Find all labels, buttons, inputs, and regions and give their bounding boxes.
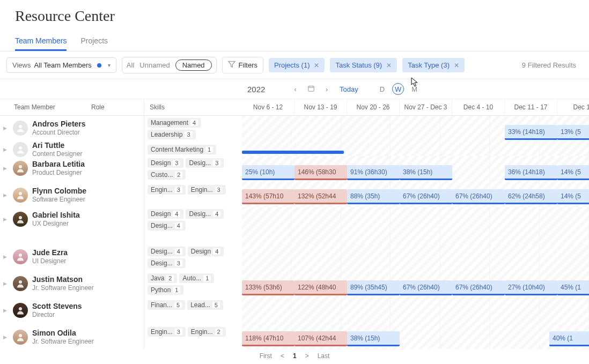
status-dot-icon (97, 63, 101, 68)
member-role: Jr. Software Engineer (32, 284, 94, 292)
workload-bar[interactable]: 67% (26h40) (452, 280, 505, 295)
workload-bar[interactable]: 132% (52h44 (294, 189, 347, 204)
skill-tag: Desig...4 (148, 221, 186, 231)
today-button[interactable]: Today (335, 84, 363, 94)
svg-point-8 (19, 307, 22, 310)
close-icon[interactable]: ✕ (386, 62, 392, 69)
filter-icon (228, 61, 235, 70)
member-role: UX Designer (32, 220, 80, 227)
chip-task-status[interactable]: Task Status (9) ✕ (330, 58, 397, 72)
views-value: All Team Members (34, 61, 91, 69)
workload-bar[interactable]: 38% (15h) (400, 165, 452, 180)
workload-bar[interactable]: 40% (1 (549, 331, 589, 346)
skill-tag: Java2 (148, 273, 177, 283)
member-role: Account Director (32, 129, 86, 136)
chip-task-type[interactable]: Task Type (3) ✕ (402, 58, 465, 72)
filter-all[interactable]: All (127, 61, 134, 69)
skill-tag: Desig...3 (186, 158, 224, 168)
workload-bar[interactable]: 25% (10h) (242, 165, 294, 180)
svg-point-4 (19, 192, 22, 195)
member-name[interactable]: Simon Odila (32, 329, 94, 338)
expand-icon[interactable]: ▶ (3, 281, 9, 286)
skill-tag: Lead...5 (187, 300, 223, 310)
workload-bar[interactable]: 33% (14h18) (505, 125, 557, 140)
filter-named[interactable]: Named (175, 60, 212, 71)
workload-bar[interactable]: 62% (24h58) (505, 189, 557, 204)
views-selector[interactable]: Views All Team Members ▾ (6, 57, 116, 73)
filter-unnamed[interactable]: Unnamed (139, 61, 170, 69)
workload-bar[interactable]: 91% (36h30) (347, 165, 400, 180)
workload-bar[interactable]: 27% (10h40) (505, 280, 557, 295)
svg-rect-0 (308, 86, 314, 91)
workload-bar[interactable]: 36% (14h18) (505, 165, 557, 180)
member-name[interactable]: Ari Tuttle (32, 141, 82, 150)
chevron-down-icon: ▾ (108, 62, 111, 68)
avatar (13, 188, 28, 203)
date-column: Dec 11 - 17 (505, 99, 557, 115)
member-name[interactable]: Jude Ezra (32, 248, 68, 257)
member-role: Product Designer (32, 169, 85, 176)
scale-week[interactable]: W (392, 83, 404, 95)
member-name[interactable]: Gabriel Ishita (32, 211, 80, 220)
expand-icon[interactable]: ▶ (3, 125, 9, 131)
workload-bar[interactable]: 88% (35h) (347, 189, 400, 204)
tab-projects[interactable]: Projects (80, 32, 108, 51)
expand-icon[interactable]: ▶ (3, 192, 9, 198)
assignment-bar[interactable] (242, 151, 344, 154)
workload-bar[interactable]: 107% (42h44 (294, 331, 347, 346)
skill-tag: Engin...3 (148, 327, 186, 337)
skill-tag: Python1 (148, 285, 183, 295)
workload-bar[interactable]: 14% (5 (557, 189, 589, 204)
workload-bar[interactable]: 122% (48h40 (294, 280, 347, 295)
member-name[interactable]: Barbara Letitia (32, 160, 85, 169)
workload-bar[interactable]: 67% (26h40) (400, 189, 452, 204)
page-title: Resource Center (0, 0, 589, 27)
pager-first[interactable]: First (260, 352, 272, 360)
column-team-member: Team Member (0, 99, 86, 115)
timeline-year: 2022 (247, 85, 265, 94)
avatar (13, 276, 28, 291)
pager-next[interactable]: > (305, 352, 309, 360)
workload-bar[interactable]: 67% (26h40) (452, 189, 505, 204)
member-name[interactable]: Justin Matson (32, 275, 94, 284)
scale-day[interactable]: D (377, 84, 388, 94)
workload-bar[interactable]: 67% (26h40) (400, 280, 452, 295)
skill-tag: Leadership3 (148, 130, 196, 139)
calendar-icon[interactable] (304, 84, 318, 95)
expand-icon[interactable]: ▶ (3, 308, 9, 313)
member-name[interactable]: Flynn Colombe (32, 187, 86, 196)
close-icon[interactable]: ✕ (314, 62, 319, 69)
workload-bar[interactable]: 89% (35h45) (347, 280, 400, 295)
chip-projects-label: Projects (1) (274, 61, 310, 69)
workload-bar[interactable]: 14% (5 (557, 165, 589, 180)
tab-team-members[interactable]: Team Members (15, 32, 67, 51)
expand-icon[interactable]: ▶ (3, 254, 9, 259)
skill-tag: Desig...4 (186, 209, 224, 219)
workload-bar[interactable]: 38% (15h) (347, 331, 400, 346)
expand-icon[interactable]: ▶ (3, 147, 9, 152)
expand-icon[interactable]: ▶ (3, 166, 9, 171)
workload-bar[interactable]: 118% (47h10 (242, 331, 294, 346)
pager-last[interactable]: Last (318, 352, 330, 360)
workload-bar[interactable]: 146% (58h30 (294, 165, 347, 180)
date-column: Nov 27 - Dec 3 (400, 99, 452, 115)
prev-period-button[interactable]: ‹ (291, 84, 299, 94)
chip-projects[interactable]: Projects (1) ✕ (269, 58, 325, 72)
next-period-button[interactable]: › (322, 84, 331, 94)
scale-month[interactable]: M (408, 84, 421, 94)
workload-bar[interactable]: 13% (5 (557, 125, 589, 140)
skill-tag: Finan...5 (148, 300, 185, 310)
member-name[interactable]: Andros Pieters (32, 120, 86, 129)
pager-prev[interactable]: < (281, 352, 284, 360)
filters-button[interactable]: Filters (222, 57, 263, 73)
expand-icon[interactable]: ▶ (3, 217, 9, 222)
close-icon[interactable]: ✕ (454, 62, 459, 69)
skill-tag: Engin...3 (188, 185, 226, 195)
workload-bar[interactable]: 133% (53h6) (242, 280, 294, 295)
workload-bar[interactable]: 143% (57h10 (242, 189, 294, 204)
member-name[interactable]: Scott Stevens (32, 302, 82, 311)
skill-tag: Design4 (148, 209, 183, 219)
expand-icon[interactable]: ▶ (3, 335, 9, 340)
workload-bar[interactable]: 45% (1 (557, 280, 589, 295)
pager-current: 1 (293, 352, 297, 360)
